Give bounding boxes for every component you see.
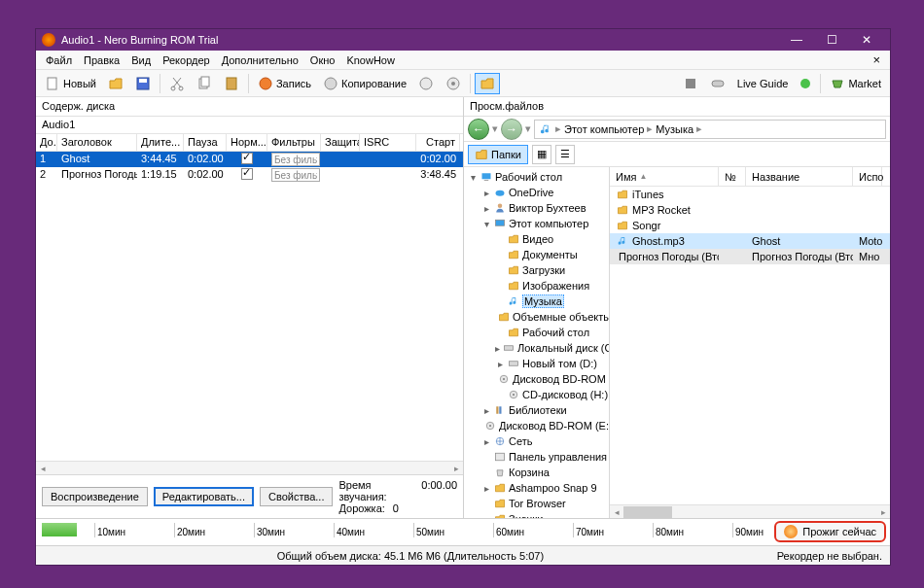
copy-disc-icon[interactable]: Копирование [318, 73, 411, 94]
tree-item[interactable]: ▸Виктор Бухтеев [464, 200, 609, 216]
tool-a-icon[interactable] [678, 73, 703, 94]
new-button[interactable]: Новый [40, 73, 101, 94]
fcol-title[interactable]: Название [746, 167, 853, 186]
nav-back-icon[interactable]: ← [468, 119, 489, 140]
tree-item[interactable]: ▸OneDrive [464, 185, 609, 200]
tree-item[interactable]: ▸Ashampoo Snap 9 [464, 480, 609, 496]
file-columns: Имя ▲ № Название Испо [610, 167, 890, 187]
save-icon[interactable] [130, 73, 156, 94]
track-scrollbar[interactable]: ◂▸ [36, 461, 463, 474]
tree-item[interactable]: CD-дисковод (H:) [464, 387, 609, 402]
copy-icon[interactable] [192, 73, 217, 94]
tree-item[interactable]: Дисковод BD-ROM (E: [464, 371, 609, 387]
col-pause[interactable]: Пауза [184, 134, 227, 151]
burn-icon[interactable]: Запись [253, 73, 316, 94]
close-button[interactable]: ✕ [849, 29, 884, 51]
tree-item[interactable]: Панель управления [464, 449, 609, 465]
tree-scrollbar[interactable]: ◂▸ [610, 504, 890, 518]
tree-item[interactable]: Tor Browser [464, 496, 609, 511]
titlebar: Audio1 - Nero Burning ROM Trial — ☐ ✕ [36, 29, 890, 51]
tree-item[interactable]: Документы [464, 247, 609, 262]
menu-file[interactable]: Файл [40, 52, 78, 68]
timeline-tick: 50мин [413, 523, 444, 537]
open-icon[interactable] [103, 73, 128, 94]
cut-icon[interactable] [164, 73, 190, 94]
nav-forward-icon[interactable]: → [501, 119, 522, 140]
disc-info-icon[interactable] [413, 73, 439, 94]
col-filters[interactable]: Фильтры [267, 134, 321, 151]
file-list[interactable]: iTunesMP3 RocketSongrGhost.mp3GhostMotoП… [610, 187, 890, 504]
erase-icon[interactable] [441, 73, 466, 94]
folders-toggle[interactable]: Папки [468, 145, 528, 164]
file-row[interactable]: MP3 Rocket [610, 202, 890, 218]
track-row[interactable]: 1Ghost3:44.450:02.000:02.00 [36, 152, 463, 167]
col-num[interactable]: До... [36, 134, 57, 151]
track-row[interactable]: 2Прогноз Погоды ...1:19.150:02.003:48.45 [36, 167, 463, 183]
tree-item[interactable]: Изображения [464, 278, 609, 294]
compilation-name[interactable]: Audio1 [36, 117, 463, 134]
menubar: Файл Правка Вид Рекордер Дополнительно О… [36, 51, 890, 70]
view-icons-icon[interactable]: ▦ [532, 145, 551, 164]
tree-item[interactable]: Рабочий стол [464, 325, 609, 340]
col-start[interactable]: Старт [416, 134, 460, 151]
tree-item[interactable]: Значки [464, 511, 609, 518]
properties-button[interactable]: Свойства... [260, 487, 333, 506]
folder-tree[interactable]: ▾Рабочий стол▸OneDrive▸Виктор Бухтеев▾Эт… [464, 167, 610, 518]
breadcrumb-pc[interactable]: Этот компьютер [564, 123, 644, 135]
menu-edit[interactable]: Правка [78, 52, 125, 68]
liveguide-button[interactable]: Live Guide [732, 73, 794, 94]
burn-now-button[interactable]: Прожиг сейчас [774, 521, 886, 542]
window-title: Audio1 - Nero Burning ROM Trial [61, 34, 779, 46]
file-row[interactable]: Прогноз Погоды (Вто...Прогноз Погоды (Вт… [610, 249, 890, 264]
tree-item[interactable]: ▸Новый том (D:) [464, 356, 609, 371]
col-isrc[interactable]: ISRC [360, 134, 416, 151]
file-row[interactable]: Ghost.mp3GhostMoto [610, 233, 890, 249]
file-row[interactable]: Songr [610, 218, 890, 233]
tree-item[interactable]: ▾Рабочий стол [464, 169, 609, 185]
tree-item[interactable]: Музыка [464, 294, 609, 309]
track-list[interactable]: 1Ghost3:44.450:02.000:02.002Прогноз Пого… [36, 152, 463, 461]
col-title[interactable]: Заголовок [57, 134, 137, 151]
fcol-artist[interactable]: Испо [853, 167, 882, 186]
status-recorder: Рекордер не выбран. [777, 550, 882, 562]
col-duration[interactable]: Длите... [137, 134, 184, 151]
paste-icon[interactable] [219, 73, 244, 94]
address-bar[interactable]: ▸ Этот компьютер ▸ Музыка ▸ [534, 120, 886, 139]
market-button[interactable]: Market [825, 73, 886, 94]
fcol-num[interactable]: № [719, 167, 746, 186]
col-normalize[interactable]: Норм... [227, 134, 267, 151]
tree-item[interactable]: Видео [464, 231, 609, 247]
tree-item[interactable]: ▸Локальный диск (C:) [464, 340, 609, 356]
menu-extras[interactable]: Дополнительно [216, 52, 304, 68]
tree-item[interactable]: Корзина [464, 465, 609, 480]
menu-recorder[interactable]: Рекордер [157, 52, 216, 68]
tree-item[interactable]: ▾Этот компьютер [464, 216, 609, 231]
play-button[interactable]: Воспроизведение [42, 487, 148, 506]
fcol-name[interactable]: Имя ▲ [610, 167, 719, 186]
file-row[interactable]: iTunes [610, 187, 890, 202]
svg-rect-26 [496, 406, 498, 414]
tool-b-icon[interactable] [705, 73, 730, 94]
col-protection[interactable]: Защита [321, 134, 360, 151]
maximize-button[interactable]: ☐ [814, 29, 849, 51]
info-icon[interactable] [795, 73, 816, 94]
tree-item[interactable]: Дисковод BD-ROM (E:) [464, 418, 609, 433]
filter-input[interactable] [271, 168, 320, 182]
tree-item[interactable]: Объемные объекты [464, 309, 609, 325]
view-list-icon[interactable]: ☰ [555, 145, 575, 164]
tree-item[interactable]: ▸Библиотеки [464, 402, 609, 418]
tree-item[interactable]: ▸Сеть [464, 433, 609, 449]
pane-close-icon[interactable]: × [867, 52, 886, 67]
menu-view[interactable]: Вид [125, 52, 157, 68]
minimize-button[interactable]: — [779, 29, 814, 51]
browser-toggle-icon[interactable] [475, 73, 500, 94]
breadcrumb-music[interactable]: Музыка [656, 123, 693, 135]
edit-button[interactable]: Редактировать... [154, 487, 254, 506]
svg-point-17 [496, 190, 505, 196]
filter-input[interactable] [271, 153, 320, 166]
menu-knowhow[interactable]: KnowHow [340, 52, 401, 68]
menu-window[interactable]: Окно [304, 52, 341, 68]
svg-point-23 [503, 378, 505, 380]
timeline-tick: 80мин [653, 523, 684, 537]
tree-item[interactable]: Загрузки [464, 262, 609, 278]
